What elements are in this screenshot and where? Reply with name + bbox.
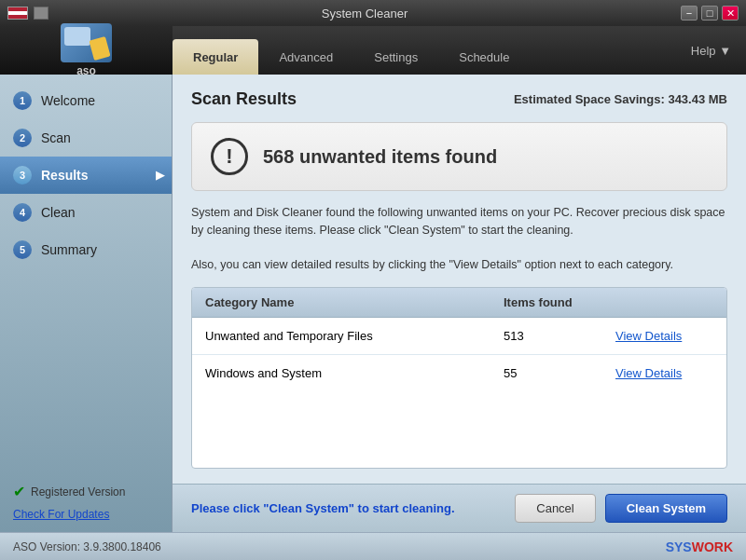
minimize-button[interactable]: −	[681, 6, 698, 20]
registered-version: ✔ Registered Version	[13, 483, 159, 500]
window-icon	[34, 7, 48, 20]
close-button[interactable]: ✕	[722, 6, 739, 20]
tab-regular[interactable]: Regular	[173, 39, 258, 75]
results-arrow-icon: ▶	[156, 169, 164, 182]
registered-label: Registered Version	[31, 485, 125, 499]
col-header-action	[615, 295, 713, 309]
step-2-circle: 2	[13, 129, 32, 147]
view-details-link-1[interactable]: View Details	[615, 329, 682, 343]
col-header-items: Items found	[504, 295, 615, 309]
sidebar-item-summary[interactable]: 5 Summary	[0, 231, 172, 268]
version-text: ASO Version: 3.9.3800.18406	[13, 540, 161, 553]
check-circle-icon: ✔	[13, 483, 25, 500]
alert-box: ! 568 unwanted items found	[191, 122, 727, 191]
content-wrapper: Scan Results Estimated Space Savings: 34…	[173, 75, 746, 532]
row-1-action: View Details	[615, 329, 713, 343]
nav-tabs: Regular Advanced Settings Schedule	[173, 26, 676, 75]
alert-icon: !	[211, 138, 248, 175]
tab-advanced[interactable]: Advanced	[258, 39, 353, 75]
row-1-items: 513	[504, 329, 615, 343]
maximize-button[interactable]: □	[701, 6, 718, 20]
table-row: Unwanted and Temporary Files 513 View De…	[192, 318, 726, 355]
tab-settings[interactable]: Settings	[353, 39, 438, 75]
step-1-circle: 1	[13, 91, 32, 110]
view-details-link-2[interactable]: View Details	[615, 366, 682, 380]
action-bar: Please click "Clean System" to start cle…	[173, 484, 746, 532]
status-bar: ASO Version: 3.9.3800.18406 SYSWORK	[0, 532, 746, 560]
sidebar-footer: ✔ Registered Version Check For Updates	[0, 471, 172, 532]
scan-results-title: Scan Results	[191, 89, 297, 109]
sidebar-label-clean: Clean	[41, 205, 76, 220]
row-2-items: 55	[504, 366, 615, 380]
title-bar-controls: − □ ✕	[681, 6, 739, 20]
sidebar-item-results[interactable]: 3 Results ▶	[0, 157, 172, 194]
col-header-category: Category Name	[205, 295, 504, 309]
sidebar-item-welcome[interactable]: 1 Welcome	[0, 82, 172, 119]
sidebar-label-welcome: Welcome	[41, 93, 95, 108]
action-buttons: Cancel Clean System	[515, 494, 727, 523]
estimated-savings: Estimated Space Savings: 343.43 MB	[514, 92, 727, 106]
nav-bar: aso Regular Advanced Settings Schedule H…	[0, 26, 746, 75]
help-menu[interactable]: Help ▼	[676, 36, 746, 65]
title-bar-title: System Cleaner	[48, 7, 681, 20]
main-layout: 1 Welcome 2 Scan 3 Results ▶ 4 Clean 5 S…	[0, 75, 746, 532]
tab-schedule[interactable]: Schedule	[438, 39, 530, 75]
sidebar-label-summary: Summary	[41, 242, 97, 257]
cancel-button[interactable]: Cancel	[515, 494, 595, 523]
content-header: Scan Results Estimated Space Savings: 34…	[191, 89, 727, 109]
sidebar-label-results: Results	[41, 168, 89, 183]
step-5-circle: 5	[13, 240, 32, 259]
sidebar: 1 Welcome 2 Scan 3 Results ▶ 4 Clean 5 S…	[0, 75, 173, 532]
sidebar-item-scan[interactable]: 2 Scan	[0, 119, 172, 157]
action-bar-text: Please click "Clean System" to start cle…	[191, 501, 455, 515]
clean-system-button[interactable]: Clean System	[605, 494, 727, 523]
row-2-action: View Details	[615, 366, 713, 380]
table-row: Windows and System 55 View Details	[192, 355, 726, 391]
syswrk-logo: SYSWORK	[666, 540, 733, 554]
content-area: Scan Results Estimated Space Savings: 34…	[173, 75, 746, 484]
sidebar-label-scan: Scan	[41, 130, 71, 145]
row-2-category: Windows and System	[205, 366, 504, 380]
flag-icon	[7, 7, 28, 20]
results-table: Category Name Items found Unwanted and T…	[191, 287, 727, 469]
alert-text: 568 unwanted items found	[263, 146, 497, 168]
clean-system-link-text: Clean System	[269, 501, 349, 515]
description-text: System and Disk Cleaner found the follow…	[191, 204, 727, 274]
step-4-circle: 4	[13, 203, 32, 222]
title-bar: System Cleaner − □ ✕	[0, 0, 746, 26]
check-updates-link[interactable]: Check For Updates	[13, 508, 159, 521]
table-header: Category Name Items found	[192, 288, 726, 318]
step-3-circle: 3	[13, 166, 32, 184]
row-1-category: Unwanted and Temporary Files	[205, 329, 504, 343]
sidebar-item-clean[interactable]: 4 Clean	[0, 194, 172, 231]
brand-area: aso	[0, 26, 173, 75]
